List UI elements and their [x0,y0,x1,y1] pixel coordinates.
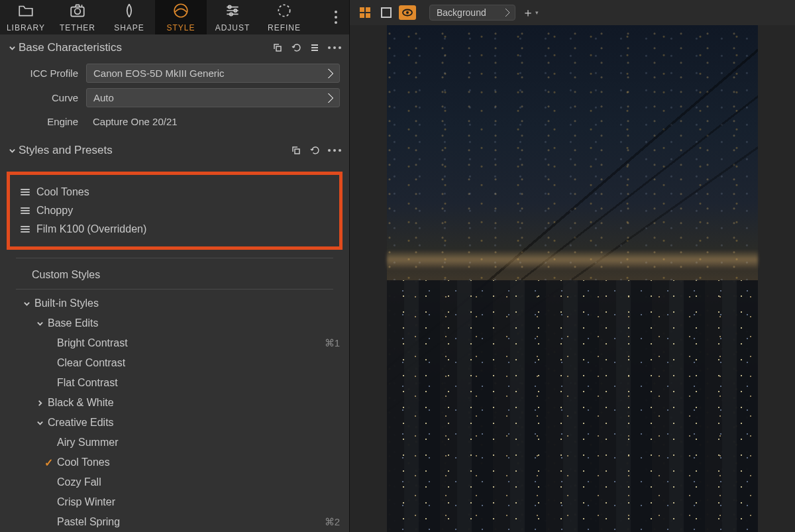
panel-header-base[interactable]: Base Characteristics [0,34,349,61]
chevron-right-icon [33,399,46,407]
tree-item-cool-tones[interactable]: ✓ Cool Tones [0,452,349,472]
svg-rect-11 [382,8,391,17]
tab-tether[interactable]: TETHER [52,0,103,34]
tree-label: Flat Contrast [57,377,118,389]
tree-item-crisp-winter[interactable]: Crisp Winter [0,492,349,512]
layer-select[interactable]: Background [429,5,515,21]
caret-down-icon: ▾ [535,9,539,16]
styles-tree: Custom Styles Built-in Styles Base Edits… [0,262,349,532]
tree-group-black-white[interactable]: Black & White [0,393,349,413]
reset-icon[interactable] [291,42,301,53]
tree-group-built-in[interactable]: Built-in Styles [0,293,349,313]
viewer-toolbar: Background ＋▾ [350,0,795,25]
tree-item-bright-contrast[interactable]: Bright Contrast ⌘1 [0,333,349,353]
tree-item-airy-summer[interactable]: Airy Summer [0,433,349,452]
panel-more-icon[interactable] [328,149,341,152]
row-engine: Engine Capture One 20/21 [0,110,349,133]
svg-rect-7 [360,7,364,12]
toolbar-overflow-button[interactable] [323,0,349,34]
panel-more-icon[interactable] [328,46,341,49]
tree-item-custom-styles[interactable]: Custom Styles [0,265,349,285]
refine-icon [276,2,293,19]
tab-label: STYLE [166,23,195,32]
chevron-down-icon [5,44,19,52]
image-viewer-pane: Background ＋▾ [350,0,795,532]
panel-title: Styles and Presets [19,144,113,157]
applied-style-label: Film K100 (Overridden) [36,223,146,235]
tree-item-flat-contrast[interactable]: Flat Contrast [0,373,349,393]
svg-point-13 [406,11,409,14]
tab-library[interactable]: LIBRARY [0,0,52,34]
preview-image [387,25,758,532]
image-canvas-area[interactable] [350,25,795,532]
stack-icon [21,189,30,195]
tree-label: Airy Summer [57,437,118,449]
list-icon[interactable] [309,42,320,53]
svg-rect-8 [366,7,370,12]
chevron-down-icon [20,300,33,307]
tree-item-cozy-fall[interactable]: Cozy Fall [0,472,349,492]
label-curve: Curve [0,92,86,103]
applied-style-label: Choppy [36,205,73,217]
dots-vertical-icon [335,11,337,24]
shortcut: ⌘1 [325,337,340,349]
add-layer-button[interactable]: ＋▾ [519,5,541,21]
panel-header-styles[interactable]: Styles and Presets [0,137,349,164]
tree-label: Bright Contrast [57,337,128,349]
copy-icon[interactable] [272,42,283,53]
folder-icon [17,2,34,19]
svg-point-6 [278,5,290,16]
tree-label: Base Edits [48,317,98,329]
stack-icon [21,226,30,233]
visibility-button[interactable] [399,5,416,20]
style-icon [172,2,189,19]
chevron-down-icon [33,419,46,427]
divider [16,258,333,258]
applied-style-item[interactable]: Cool Tones [14,183,335,201]
tree-group-creative-edits[interactable]: Creative Edits [0,413,349,433]
tree-label: Cozy Fall [57,476,101,488]
tree-label: Pastel Spring [57,516,120,528]
applied-styles-box: Cool Tones Choppy Film K100 (Overridden) [7,172,343,250]
select-curve[interactable]: Auto [86,88,340,107]
select-value: Canon EOS-5D MkIII Generic [93,68,225,79]
panel-base-characteristics: Base Characteristics ICC Profile Canon E… [0,34,349,133]
tab-style[interactable]: STYLE [155,0,207,34]
chevron-down-icon [33,320,46,327]
tree-item-pastel-spring[interactable]: Pastel Spring ⌘2 [0,512,349,532]
tab-shape[interactable]: SHAPE [103,0,155,34]
single-view-button[interactable] [378,5,395,20]
copy-icon[interactable] [291,145,301,156]
tree-label: Crisp Winter [57,496,115,508]
tree-label: Built-in Styles [34,297,99,309]
tab-refine[interactable]: REFINE [258,0,310,34]
camera-icon [69,2,86,19]
checkmark-icon: ✓ [42,456,54,469]
tab-adjust[interactable]: ADJUST [207,0,258,34]
preview-image-detail [387,280,758,532]
label-icc: ICC Profile [0,68,86,79]
value-engine: Capture One 20/21 [86,113,340,131]
tree-label: Custom Styles [32,269,100,281]
svg-rect-10 [366,13,370,18]
tree-item-clear-contrast[interactable]: Clear Contrast [0,353,349,373]
tab-label: ADJUST [215,23,250,32]
select-icc-profile[interactable]: Canon EOS-5D MkIII Generic [86,64,340,83]
tree-group-base-edits[interactable]: Base Edits [0,313,349,333]
grid-view-button[interactable] [356,5,374,20]
left-sidebar: LIBRARY TETHER SHAPE STYLE ADJUST REFINE [0,0,350,532]
tab-label: LIBRARY [7,23,45,32]
panel-title: Base Characteristics [19,41,122,54]
divider [16,289,333,290]
applied-style-item[interactable]: Film K100 (Overridden) [14,220,335,239]
chevron-down-icon [5,147,19,154]
panel-styles-presets: Styles and Presets Cool Tones Choppy Fil… [0,137,349,532]
svg-point-1 [75,9,81,15]
applied-style-item[interactable]: Choppy [14,201,335,220]
shape-icon [121,2,138,19]
tool-tab-bar: LIBRARY TETHER SHAPE STYLE ADJUST REFINE [0,0,349,34]
tree-label: Cool Tones [57,456,110,468]
shortcut: ⌘2 [325,516,340,528]
label-engine: Engine [0,116,86,127]
reset-icon[interactable] [309,145,320,156]
